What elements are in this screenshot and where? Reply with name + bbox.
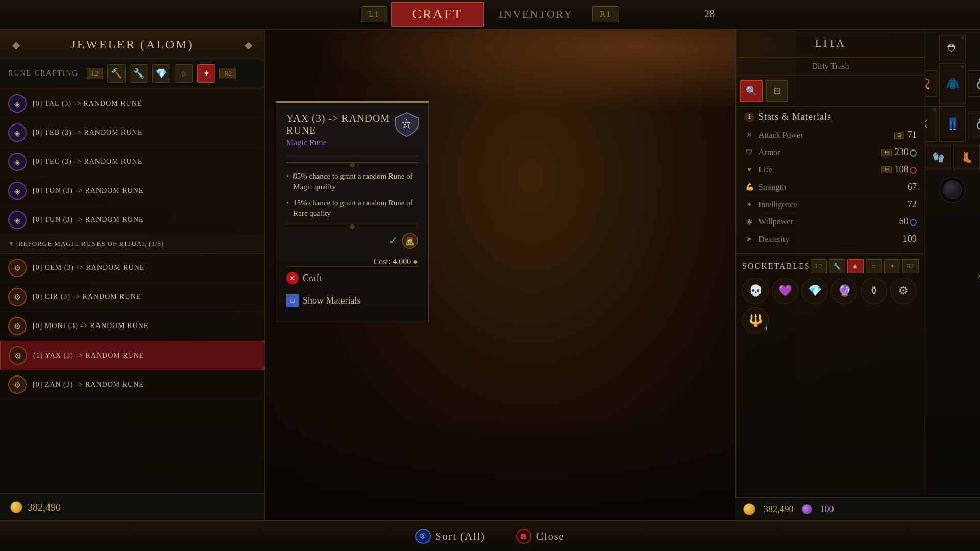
craft-button[interactable]: ✕ Craft	[286, 266, 418, 289]
recipe-item-yax[interactable]: ⚙ (1) YAX (3) -> RANDOM RUNE	[0, 341, 264, 370]
tooltip-cost: Cost: 4,000 ●	[286, 257, 418, 266]
nav-craft-btn[interactable]: CRAFT	[391, 2, 484, 27]
compare-armor-icon[interactable]: ⊟	[881, 149, 892, 156]
right-panel: LITA Dirty Trash 🔍 ⊟ ℹ Stats & Materials…	[735, 30, 980, 520]
materials-sq-icon: □	[286, 294, 299, 307]
recipe-label-yax: (1) YAX (3) -> RANDOM RUNE	[33, 352, 144, 360]
tab-gem-icon[interactable]: 💎	[152, 64, 170, 83]
left-panel-gold: 382,490	[0, 493, 264, 520]
character-model-area: ⛑ ⊟ 📿 🧥 ⊟ 💍	[925, 30, 980, 520]
stat-row-armor: 🛡 Armor ⊟ 230	[744, 144, 917, 161]
compare-life-icon[interactable]: ⊟	[881, 166, 892, 173]
stat-value-life: 108	[895, 164, 917, 175]
socket-tab-star[interactable]: ✦	[884, 259, 900, 273]
recipe-item-tal[interactable]: ◈ [0] TAL (3) -> RANDOM RUNE	[0, 89, 264, 118]
left-gold-amount: 382,490	[28, 502, 61, 513]
weapon-slot[interactable]: ⚔ ⊟	[925, 106, 938, 142]
socket-tab-r2[interactable]: R2	[902, 259, 919, 273]
amulet-slot[interactable]: 📿	[925, 70, 938, 97]
recipe-icon-yax: ⚙	[9, 346, 27, 365]
socket-tab-ring[interactable]: ○	[866, 259, 882, 273]
recipe-item-cem[interactable]: ⚙ [0] CEM (3) -> RANDOM RUNE	[0, 254, 264, 283]
stat-label-intelligence: ✦ Intelligence	[744, 199, 797, 210]
tab-ring-icon[interactable]: ○	[175, 64, 193, 83]
gem-socket-slot[interactable]	[939, 177, 966, 203]
socket-item-2[interactable]: 💜	[772, 278, 798, 304]
top-navigation: L1 CRAFT INVENTORY R1 28	[0, 0, 980, 30]
recipe-list[interactable]: ◈ [0] TAL (3) -> RANDOM RUNE ◈ [0] TEB (…	[0, 87, 264, 493]
boots-slot[interactable]: 👢	[953, 144, 980, 170]
section-arrow-icon: ▼	[8, 240, 14, 248]
tooltip-subtitle: Magic Rune	[286, 138, 418, 147]
panel-expand-arrow[interactable]: ›	[977, 269, 980, 281]
stats-section-header[interactable]: ℹ Stats & Materials	[744, 112, 917, 122]
stat-label-strength: 💪 Strength	[744, 182, 786, 192]
stat-value-attack: 71	[908, 130, 917, 140]
socket-tab-l2[interactable]: L2	[811, 259, 827, 273]
equipped-item-name[interactable]: Dirty Trash	[736, 58, 925, 76]
recipe-label-tal: [0] TAL (3) -> RANDOM RUNE	[33, 99, 142, 108]
socket-icon-5: ⚱	[869, 284, 878, 297]
socketables-section: Socketables L2 🔧 ◈ ○ ✦ R2 💀 💜	[736, 254, 925, 339]
recipe-item-cir[interactable]: ⚙ [0] CIR (3) -> RANDOM RUNE	[0, 283, 264, 312]
gold-orb-right	[743, 503, 755, 515]
intelligence-icon: ✦	[744, 199, 754, 210]
recipe-item-teb[interactable]: ◈ [0] TEB (3) -> RANDOM RUNE	[0, 118, 264, 147]
pants-slot[interactable]: 👖	[939, 106, 966, 142]
recipe-item-zan[interactable]: ⚙ [0] ZAN (3) -> RANDOM RUNE	[0, 370, 264, 399]
gloves-slot[interactable]: 🧤	[925, 144, 951, 170]
socket-item-7[interactable]: 🔱 4	[742, 307, 769, 334]
socket-item-6[interactable]: ⚙	[890, 278, 917, 304]
section-header-ritual[interactable]: ▼ Reforge Magic Runes of Ritual (1/5)	[0, 235, 264, 254]
recipe-label-moni: [0] MONI (3) -> RANDOM RUNE	[33, 322, 149, 330]
item-tab-compare[interactable]: ⊟	[766, 80, 788, 102]
recipe-item-ton[interactable]: ◈ [0] TON (3) -> RANDOM RUNE	[0, 177, 264, 206]
ring2-slot[interactable]: 💍	[968, 111, 980, 137]
ring1-slot[interactable]: 💍	[968, 70, 980, 97]
game-scene: ⛦ YAX (3) -> RANDOM RUNE Magic Rune 85% …	[265, 30, 796, 520]
stat-row-attack: ✕ Attack Power ⊟ 71	[744, 127, 917, 144]
show-materials-button[interactable]: □ Show Materials	[286, 289, 418, 312]
chest-slot[interactable]: 🧥 ⊟	[939, 63, 966, 104]
craft-x-icon: ✕	[286, 272, 299, 284]
socket-item-4[interactable]: 🔮	[831, 278, 857, 304]
helmet-slot[interactable]: ⛑ ⊟	[939, 35, 966, 61]
recipe-icon-moni: ⚙	[8, 317, 27, 335]
tab-rune-icon[interactable]: ✦	[197, 64, 215, 83]
socket-item-1[interactable]: 💀	[742, 278, 769, 304]
stat-label-willpower: ◉ Willpower	[744, 217, 793, 227]
left-panel: ◆ JEWELER (ALOM) ◆ RUNE CRAFTING L2 🔨 🔧 …	[0, 30, 265, 520]
nav-inventory-btn[interactable]: INVENTORY	[484, 4, 589, 25]
recipe-icon-tal: ◈	[8, 94, 27, 113]
item-tab-inspect[interactable]: 🔍	[740, 80, 763, 102]
stat-row-dexterity: ➤ Dexterity 109	[744, 231, 917, 248]
tooltip-bullet-2: 15% chance to grant a random Rune of Rar…	[286, 197, 418, 219]
gold-count-top: 28	[704, 8, 715, 20]
tab-wrench-icon[interactable]: 🔧	[130, 64, 148, 83]
recipe-item-moni[interactable]: ⚙ [0] MONI (3) -> RANDOM RUNE	[0, 312, 264, 341]
stat-value-armor: 230	[895, 147, 917, 158]
stats-section: ℹ Stats & Materials ✕ Attack Power ⊟ 71 …	[736, 107, 925, 254]
recipe-item-tec[interactable]: ◈ [0] TEC (3) -> RANDOM RUNE	[0, 147, 264, 177]
materials-label: Show Materials	[303, 295, 360, 306]
sort-button[interactable]: ® Sort (All)	[415, 529, 485, 544]
nav-r1-badge: R1	[592, 6, 619, 22]
jeweler-title: JEWELER (ALOM)	[70, 38, 193, 52]
socket-tab-gem[interactable]: ◈	[847, 259, 864, 273]
recipe-label-cem: [0] CEM (3) -> RANDOM RUNE	[33, 264, 144, 272]
socket-item-5[interactable]: ⚱	[861, 278, 887, 304]
socket-item-3[interactable]: 💎	[801, 278, 828, 304]
close-button[interactable]: ⊗ Close	[516, 529, 565, 544]
tooltip-bullet-1: 85% chance to grant a random Rune of Mag…	[286, 171, 418, 192]
stat-value-dexterity: 109	[903, 234, 917, 244]
recipe-icon-cir: ⚙	[8, 288, 27, 306]
right-panel-gold-bar: 382,490 100	[735, 497, 980, 520]
bottom-bar: ® Sort (All) ⊗ Close	[0, 520, 980, 551]
recipe-item-tun[interactable]: ◈ [0] TUN (3) -> RANDOM RUNE	[0, 206, 264, 235]
l2-badge: L2	[87, 68, 103, 79]
stat-row-willpower: ◉ Willpower 60	[744, 213, 917, 231]
sort-btn-icon: ®	[415, 529, 431, 544]
tab-hammer-icon[interactable]: 🔨	[107, 64, 126, 83]
compare-attack-icon[interactable]: ⊟	[894, 132, 904, 139]
socket-tab-wrench[interactable]: 🔧	[829, 259, 845, 273]
